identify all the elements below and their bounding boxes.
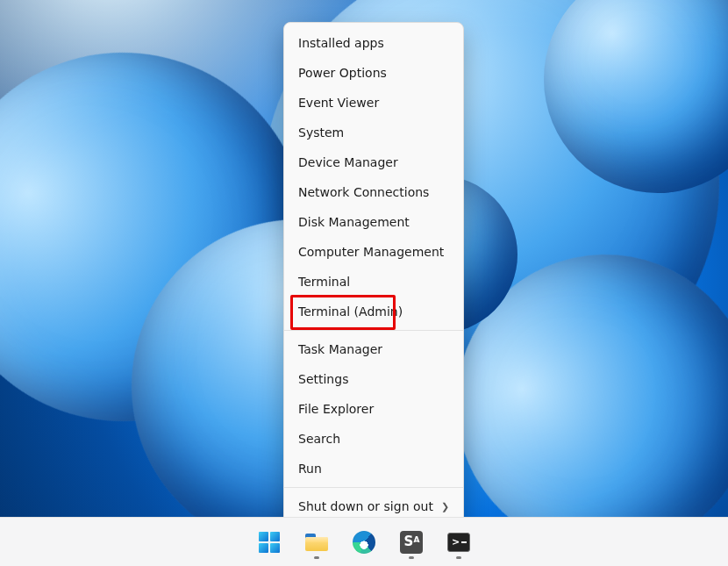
menu-item-label: File Explorer xyxy=(298,402,374,416)
taskbar: SA> xyxy=(0,517,728,566)
menu-item-label: Settings xyxy=(298,372,348,386)
running-indicator xyxy=(409,556,414,559)
menu-item-label: Installed apps xyxy=(298,36,384,50)
running-indicator xyxy=(314,556,319,559)
menu-item-label: Terminal (Admin) xyxy=(298,304,403,319)
menu-installed-apps[interactable]: Installed apps xyxy=(284,28,463,58)
file-explorer-button[interactable] xyxy=(299,525,334,560)
menu-item-label: Task Manager xyxy=(298,342,382,356)
menu-computer-management[interactable]: Computer Management xyxy=(284,237,463,267)
menu-item-label: Event Viewer xyxy=(298,96,379,110)
terminal-button[interactable]: > xyxy=(441,525,476,560)
menu-task-manager[interactable]: Task Manager xyxy=(284,334,463,364)
menu-item-label: Device Manager xyxy=(298,155,398,169)
menu-item-label: Search xyxy=(298,432,340,446)
menu-disk-management[interactable]: Disk Management xyxy=(284,207,463,237)
menu-network-connections[interactable]: Network Connections xyxy=(284,177,463,207)
chevron-right-icon: ❯ xyxy=(441,499,449,513)
menu-run[interactable]: Run xyxy=(284,454,463,484)
winx-context-menu: Installed appsPower OptionsEvent ViewerS… xyxy=(283,22,464,557)
menu-separator xyxy=(284,487,463,488)
terminal-icon: > xyxy=(447,533,470,552)
sublime-text-button[interactable]: SA xyxy=(394,525,429,560)
menu-item-label: Network Connections xyxy=(298,185,429,199)
menu-event-viewer[interactable]: Event Viewer xyxy=(284,88,463,118)
edge-icon xyxy=(353,531,375,554)
menu-terminal-admin[interactable]: Terminal (Admin) xyxy=(284,297,463,326)
menu-settings[interactable]: Settings xyxy=(284,364,463,394)
file-explorer-icon xyxy=(305,534,328,551)
menu-device-manager[interactable]: Device Manager xyxy=(284,147,463,177)
menu-power-options[interactable]: Power Options xyxy=(284,58,463,88)
start-button[interactable] xyxy=(252,525,287,560)
menu-item-label: Terminal xyxy=(298,275,350,289)
menu-item-label: System xyxy=(298,125,344,140)
menu-item-label: Run xyxy=(298,462,322,476)
sublime-text-icon: SA xyxy=(400,531,423,554)
menu-search[interactable]: Search xyxy=(284,424,463,454)
menu-file-explorer[interactable]: File Explorer xyxy=(284,394,463,424)
menu-terminal[interactable]: Terminal xyxy=(284,267,463,297)
menu-item-label: Disk Management xyxy=(298,215,410,229)
start-icon xyxy=(259,532,280,553)
menu-item-label: Power Options xyxy=(298,66,387,80)
menu-item-label: Shut down or sign out xyxy=(298,499,433,513)
running-indicator xyxy=(456,556,461,559)
menu-system[interactable]: System xyxy=(284,118,463,147)
menu-item-label: Computer Management xyxy=(298,245,444,259)
menu-separator xyxy=(284,330,463,331)
edge-button[interactable] xyxy=(346,525,382,560)
